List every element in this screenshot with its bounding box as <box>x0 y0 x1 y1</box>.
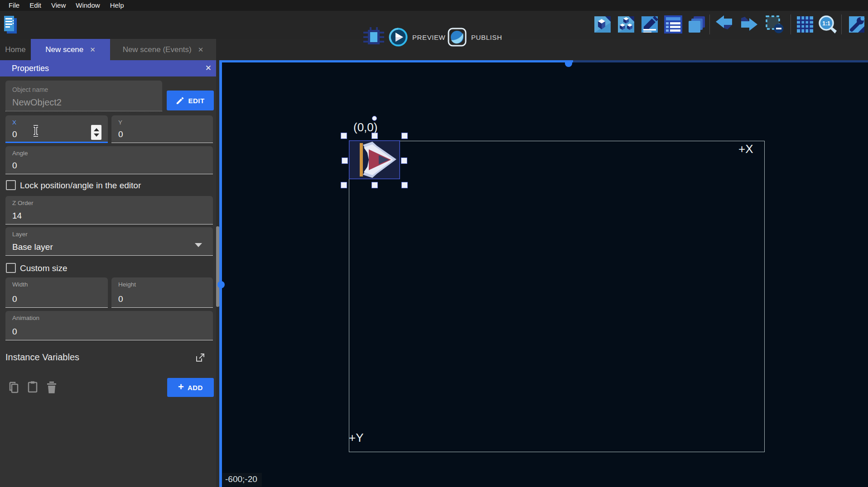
field-value: 0 <box>12 327 17 337</box>
menu-help[interactable]: Help <box>105 0 129 11</box>
undo-icon[interactable] <box>715 14 735 34</box>
height-field[interactable]: Height 0 <box>111 277 213 308</box>
menu-window[interactable]: Window <box>71 0 105 11</box>
tab-new-scene[interactable]: New scene ✕ <box>31 39 110 60</box>
resize-handle-top-right[interactable] <box>401 133 408 139</box>
resize-handle-mid-right[interactable] <box>401 158 407 164</box>
copy-icon[interactable] <box>8 381 20 394</box>
object-groups-icon[interactable] <box>616 14 636 34</box>
project-manager-icon[interactable] <box>3 14 18 35</box>
y-position-field[interactable]: Y 0 <box>111 115 213 143</box>
edit-button-label: EDIT <box>188 97 204 105</box>
add-object-icon[interactable] <box>593 14 612 34</box>
close-icon[interactable]: ✕ <box>198 46 204 54</box>
zoom-original-icon[interactable]: 1:1 <box>818 14 838 34</box>
resize-handle-bottom-center[interactable] <box>371 182 378 188</box>
field-value: Base layer <box>12 242 53 252</box>
z-order-field[interactable]: Z Order 14 <box>5 196 213 224</box>
main-toolbar: PREVIEW PUBLISH <box>0 11 868 39</box>
stepper-down-icon[interactable] <box>94 134 99 137</box>
close-icon[interactable]: ✕ <box>90 46 96 54</box>
toolbar-separator <box>791 14 791 34</box>
number-stepper[interactable] <box>91 125 101 140</box>
panel-scrollbar-thumb[interactable] <box>216 226 219 307</box>
spaceship-sprite <box>349 140 400 179</box>
scene-properties-icon[interactable] <box>846 14 866 34</box>
instance-variables-title: Instance Variables <box>5 352 79 363</box>
field-value: 0 <box>118 294 123 304</box>
field-label: Animation <box>12 315 39 321</box>
debugger-icon[interactable] <box>362 26 385 48</box>
y-axis-label: +Y <box>349 431 364 445</box>
rotate-handle[interactable] <box>372 116 377 121</box>
split-border-horizontal <box>222 60 573 62</box>
toolbar-separator <box>841 14 842 34</box>
stepper-up-icon[interactable] <box>94 128 99 131</box>
panel-title: Properties <box>12 64 49 73</box>
field-label: Object name <box>12 86 48 93</box>
resize-handle-bottom-right[interactable] <box>401 182 408 188</box>
lock-position-checkbox[interactable] <box>6 180 16 190</box>
menu-file[interactable]: File <box>4 0 24 11</box>
paste-icon[interactable] <box>27 381 39 393</box>
cursor-coordinates-badge: -600;-20 <box>222 473 262 487</box>
lock-position-label: Lock position/angle in the editor <box>20 181 141 191</box>
tab-new-scene-events[interactable]: New scene (Events) ✕ <box>110 39 216 60</box>
field-value: 0 <box>118 129 123 139</box>
field-label: X <box>12 119 16 126</box>
field-value: 14 <box>12 211 22 221</box>
open-in-new-icon[interactable] <box>195 353 205 363</box>
menu-bar: File Edit View Window Help <box>0 0 868 11</box>
preview-play-icon <box>389 28 408 47</box>
field-value: 0 <box>12 129 17 139</box>
trash-icon[interactable] <box>46 381 58 394</box>
scene-window-border <box>349 141 765 452</box>
resize-handle-mid-left[interactable] <box>342 158 348 164</box>
tab-home[interactable]: Home <box>0 39 31 60</box>
tab-label: New scene <box>45 45 83 54</box>
pencil-icon <box>176 96 184 105</box>
resize-handle-bottom-left[interactable] <box>341 182 347 188</box>
redo-icon[interactable] <box>738 14 758 34</box>
split-drag-handle-horizontal[interactable] <box>565 60 572 67</box>
x-axis-label: +X <box>738 142 753 156</box>
properties-panel: Properties ✕ Object name NewObject2 EDIT… <box>0 60 219 487</box>
field-value: NewObject2 <box>12 97 62 108</box>
publish-globe-icon <box>448 28 467 47</box>
layer-select[interactable]: Layer Base layer <box>5 227 213 256</box>
field-label: Height <box>118 281 136 288</box>
x-position-field[interactable]: X 0 <box>5 115 108 143</box>
field-label: Y <box>118 119 122 126</box>
ibeam-mouse-cursor <box>32 125 40 137</box>
custom-size-checkbox[interactable] <box>6 263 16 273</box>
instance-properties-icon[interactable] <box>640 14 660 34</box>
publish-label: PUBLISH <box>471 33 502 41</box>
close-icon[interactable]: ✕ <box>205 63 212 73</box>
chevron-down-icon[interactable] <box>195 243 202 247</box>
angle-field[interactable]: Angle 0 <box>5 146 213 174</box>
menu-view[interactable]: View <box>46 0 71 11</box>
preview-button[interactable]: PREVIEW <box>389 27 445 47</box>
field-label: Width <box>12 281 28 288</box>
edit-object-button[interactable]: EDIT <box>167 91 214 110</box>
split-border-vertical <box>219 60 222 487</box>
instances-list-icon[interactable] <box>663 14 683 34</box>
tab-label: Home <box>5 45 25 54</box>
grid-icon[interactable] <box>795 14 815 34</box>
resize-handle-top-center[interactable] <box>371 133 378 139</box>
layers-icon[interactable] <box>687 14 707 34</box>
animation-field[interactable]: Animation 0 <box>5 311 213 340</box>
width-field[interactable]: Width 0 <box>5 277 108 308</box>
menu-edit[interactable]: Edit <box>24 0 46 11</box>
zoom-ratio-label: 1:1 <box>822 20 830 27</box>
publish-button[interactable]: PUBLISH <box>448 27 502 47</box>
split-border-horizontal-dim <box>573 60 868 62</box>
add-variable-button[interactable]: + ADD <box>167 378 214 397</box>
resize-handle-top-left[interactable] <box>341 133 347 139</box>
selected-instance-spaceship[interactable] <box>349 140 400 179</box>
plus-icon: + <box>178 382 184 392</box>
clear-selection-icon[interactable] <box>765 14 785 34</box>
split-drag-handle-vertical[interactable] <box>217 281 225 288</box>
object-name-field[interactable]: Object name NewObject2 <box>5 81 162 111</box>
field-value: 0 <box>12 294 17 304</box>
